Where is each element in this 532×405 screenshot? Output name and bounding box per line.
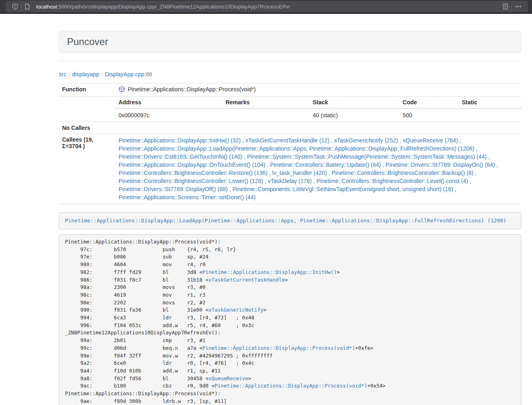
stats-col-address: Address bbox=[115, 97, 222, 108]
page-title: Puncover bbox=[67, 36, 108, 47]
breadcrumb-separator: / bbox=[99, 71, 105, 78]
disassembly-symbol-link[interactable]: xTaskGenericNotify bbox=[209, 307, 263, 313]
highlighted-symbol-link[interactable]: Pinetime::Applications::DisplayApp::Load… bbox=[65, 218, 506, 224]
callee-link[interactable]: lv_task_handler (420) bbox=[272, 170, 327, 176]
callees-list: Pinetime::Applications::DisplayApp::Init… bbox=[115, 134, 521, 204]
stats-value-row: 0x0000097c40 (static)500 bbox=[115, 108, 521, 122]
breadcrumb-link-displayapp-cpp[interactable]: DisplayApp.cpp bbox=[105, 71, 144, 78]
function-row-label: Function bbox=[59, 84, 115, 97]
callee-link[interactable]: Pinetime::Applications::Screens::Timer::… bbox=[118, 194, 256, 200]
stats-table: AddressRemarksStackCodeStatic 0x0000097c… bbox=[115, 97, 521, 122]
callee-link[interactable]: Pinetime::Controllers::BrightnessControl… bbox=[118, 178, 263, 184]
disassembly-listing: Pinetime::Applications::DisplayApp::Proc… bbox=[59, 234, 521, 405]
url-bar[interactable]: localhost:5000/path/src/displayapp/Displ… bbox=[6, 1, 528, 12]
callee-link[interactable]: Pinetime::Applications::DisplayApp::Init… bbox=[118, 137, 241, 144]
stats-col-static: Static bbox=[459, 97, 521, 108]
stats-value-static bbox=[459, 108, 521, 122]
callees-label: Callees (19, Σ=3704 ) bbox=[59, 134, 115, 204]
stats-col-stack: Stack bbox=[310, 97, 400, 108]
symbol-cube-icon bbox=[118, 86, 125, 94]
stats-value-address: 0x0000097c bbox=[115, 108, 222, 122]
callee-link[interactable]: vTaskDelay (176) bbox=[268, 178, 312, 184]
callee-link[interactable]: Pinetime::Drivers::St7789::DisplayOff() … bbox=[118, 186, 228, 192]
callee-link[interactable]: xTaskGenericNotify (252) bbox=[334, 137, 398, 144]
highlighted-symbol-panel: Pinetime::Applications::DisplayApp::Load… bbox=[59, 212, 521, 229]
disassembly-symbol-link[interactable]: xQueueReceive bbox=[209, 375, 248, 381]
disassembly-symbol-link[interactable]: xTaskGetCurrentTaskHandle bbox=[209, 277, 285, 283]
callee-link[interactable]: Pinetime::Drivers::Cst816S::GetTouchInfo… bbox=[118, 153, 242, 160]
no-callers-row: No Callers bbox=[59, 122, 521, 134]
stats-value-remarks bbox=[222, 108, 310, 122]
disassembly-symbol-link[interactable]: Pinetime::Applications::DisplayApp::Init… bbox=[202, 269, 337, 275]
callee-link[interactable]: Pinetime::Components::LittleVgl::SetNewT… bbox=[233, 186, 453, 192]
breadcrumb: src/displayapp/DisplayApp.cpp:86 bbox=[59, 71, 521, 78]
url-path: :5000/path/src/displayapp/DisplayApp.cpp… bbox=[57, 4, 290, 10]
callee-link[interactable]: Pinetime::Applications::DisplayApp::Load… bbox=[118, 145, 474, 152]
url-host: localhost bbox=[36, 4, 57, 10]
disassembly-symbol-link[interactable]: Pinetime::Applications::DisplayApp::Proc… bbox=[215, 383, 367, 389]
callee-link[interactable]: Pinetime::Applications::DisplayApp::OnTo… bbox=[118, 162, 265, 168]
stats-row: AddressRemarksStackCodeStatic 0x0000097c… bbox=[59, 97, 521, 122]
tracking-protection-shield-icon[interactable] bbox=[9, 3, 21, 10]
breadcrumb-line-number: :86 bbox=[144, 71, 152, 78]
main-content: Puncover src/displayapp/DisplayApp.cpp:8… bbox=[59, 31, 521, 405]
url-text[interactable]: localhost:5000/path/src/displayapp/Displ… bbox=[36, 4, 500, 10]
stats-value-stack: 40 (static) bbox=[310, 108, 400, 122]
callees-row: Callees (19, Σ=3704 ) Pinetime::Applicat… bbox=[59, 134, 521, 204]
callee-link[interactable]: Pinetime::Controllers::Battery::Update()… bbox=[270, 162, 381, 168]
callee-link[interactable]: Pinetime::Controllers::BrightnessControl… bbox=[118, 170, 267, 176]
page-identity-icon[interactable] bbox=[22, 3, 33, 10]
breadcrumb-separator: / bbox=[67, 71, 72, 78]
no-callers-label: No Callers bbox=[59, 122, 115, 134]
callee-link[interactable]: Pinetime::System::SystemTask::PushMessag… bbox=[247, 153, 487, 160]
page-actions-menu-icon[interactable] bbox=[512, 3, 525, 10]
stats-col-remarks: Remarks bbox=[222, 97, 310, 108]
callee-link[interactable]: xTaskGetCurrentTaskHandle (12) bbox=[246, 137, 330, 144]
divider bbox=[59, 61, 521, 61]
breadcrumb-link-displayapp[interactable]: displayapp bbox=[72, 71, 99, 78]
function-name: Pinetime::Applications::DisplayApp::Proc… bbox=[128, 86, 256, 93]
stats-value-code: 500 bbox=[399, 108, 459, 122]
breadcrumb-link-src[interactable]: src bbox=[59, 71, 67, 78]
callee-link[interactable]: xQueueReceive (764) bbox=[403, 137, 458, 144]
disassembly-symbol-link[interactable]: Pinetime::Applications::DisplayApp::Proc… bbox=[202, 345, 355, 351]
stats-col-code: Code bbox=[399, 97, 459, 108]
callee-link[interactable]: Pinetime::Controllers::BrightnessControl… bbox=[332, 170, 473, 176]
app-title-panel: Puncover bbox=[59, 31, 521, 53]
callee-link[interactable]: Pinetime::Controllers::BrightnessControl… bbox=[317, 178, 468, 184]
function-row: Function Pinetime::Applications::Display… bbox=[59, 84, 521, 97]
stats-header-row: AddressRemarksStackCodeStatic bbox=[115, 97, 521, 108]
function-info-table: Function Pinetime::Applications::Display… bbox=[59, 83, 521, 204]
reader-mode-icon[interactable] bbox=[500, 3, 511, 10]
callee-link[interactable]: Pinetime::Drivers::St7789::DisplayOn() (… bbox=[386, 162, 495, 168]
browser-toolbar: localhost:5000/path/src/displayapp/Displ… bbox=[0, 0, 532, 14]
